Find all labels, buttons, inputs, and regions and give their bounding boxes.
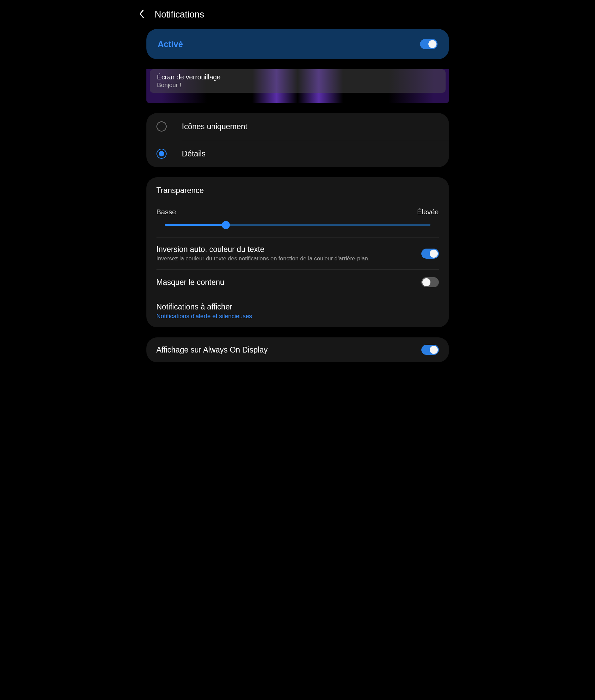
aod-row[interactable]: Affichage sur Always On Display — [146, 338, 449, 362]
notifications-to-show-title: Notifications à afficher — [157, 302, 439, 312]
radio-icons-only[interactable]: Icônes uniquement — [146, 113, 449, 140]
page-title: Notifications — [155, 9, 204, 20]
master-toggle-label: Activé — [158, 39, 183, 49]
transparency-title: Transparence — [157, 186, 439, 195]
preview-notification-subtitle: Bonjour ! — [157, 82, 438, 89]
notifications-to-show-row[interactable]: Notifications à afficher Notifications d… — [146, 295, 449, 327]
slider-low-label: Basse — [157, 208, 176, 216]
hide-content-switch[interactable] — [421, 277, 439, 287]
invert-color-row[interactable]: Inversion auto. couleur du texte Inverse… — [146, 237, 449, 269]
radio-details[interactable]: Détails — [146, 140, 449, 167]
radio-label: Icônes uniquement — [182, 122, 247, 131]
preview-notification: Écran de verrouillage Bonjour ! — [150, 69, 446, 93]
radio-icon — [157, 149, 167, 159]
transparency-section: Transparence Basse Élevée — [146, 177, 449, 237]
invert-color-title: Inversion auto. couleur du texte — [157, 245, 415, 254]
invert-color-sub: Inversez la couleur du texte des notific… — [157, 255, 415, 262]
settings-card: Transparence Basse Élevée Inversion auto… — [146, 177, 449, 327]
slider-high-label: Élevée — [417, 208, 438, 216]
lockscreen-preview[interactable]: Écran de verrouillage Bonjour ! — [146, 69, 449, 103]
radio-icon — [157, 121, 167, 132]
invert-color-switch[interactable] — [421, 249, 439, 259]
master-toggle-switch[interactable] — [420, 39, 437, 49]
radio-label: Détails — [182, 149, 206, 158]
hide-content-row[interactable]: Masquer le contenu — [146, 270, 449, 295]
aod-title: Affichage sur Always On Display — [157, 346, 415, 354]
aod-card: Affichage sur Always On Display — [146, 338, 449, 362]
notifications-to-show-sub: Notifications d'alerte et silencieuses — [157, 313, 439, 320]
aod-switch[interactable] — [421, 345, 439, 355]
slider-labels: Basse Élevée — [157, 208, 439, 216]
style-card: Icônes uniquement Détails — [146, 113, 449, 167]
header: Notifications — [128, 0, 468, 29]
master-toggle-row[interactable]: Activé — [146, 29, 449, 59]
transparency-slider[interactable] — [157, 224, 439, 228]
hide-content-title: Masquer le contenu — [157, 278, 415, 287]
back-icon[interactable] — [138, 9, 145, 20]
preview-notification-title: Écran de verrouillage — [157, 73, 438, 81]
